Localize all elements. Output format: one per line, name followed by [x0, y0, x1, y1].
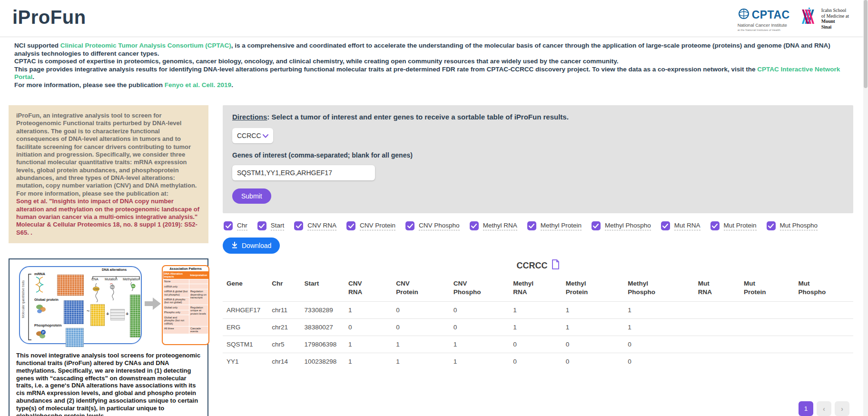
column-header[interactable]: CNVRNA — [345, 277, 392, 302]
fenyo-publication-link[interactable]: Fenyo et al. Cell. 2019 — [165, 81, 231, 89]
column-header[interactable]: MethylPhospho — [624, 277, 694, 302]
table-cell — [694, 353, 740, 370]
next-page-button[interactable]: › — [835, 401, 849, 416]
column-toggle[interactable]: Chr — [224, 221, 247, 230]
column-header[interactable]: Chr — [268, 277, 300, 302]
column-toggle[interactable]: Methyl Phospho — [592, 221, 651, 230]
nih-label: at the National Institutes of Health — [738, 29, 790, 32]
column-toggle[interactable]: CNV Protein — [346, 221, 395, 230]
column-toggle[interactable]: Methyl Protein — [527, 221, 582, 230]
column-toggle-label: Mut RNA — [674, 222, 700, 230]
checkbox-checked-icon[interactable] — [224, 221, 233, 230]
table-cell: 1 — [562, 302, 624, 319]
column-toggle[interactable]: Mut RNA — [661, 221, 700, 230]
column-header[interactable]: MethylRNA — [509, 277, 562, 302]
assoc-interp-cell — [189, 284, 208, 289]
column-toggle[interactable]: Start — [257, 221, 285, 230]
checkbox-checked-icon[interactable] — [257, 221, 266, 230]
global-protein-matrix — [64, 300, 84, 324]
directions-word: Directions — [232, 113, 267, 121]
prev-page-button[interactable]: ‹ — [817, 401, 831, 416]
checkbox-checked-icon[interactable] — [710, 221, 720, 230]
table-cell: 0 — [509, 353, 562, 370]
checkbox-checked-icon[interactable] — [767, 221, 776, 230]
column-header[interactable]: Start — [301, 277, 345, 302]
table-cell: 0 — [562, 353, 624, 370]
query-panel: Directions: Select a tumor of interest a… — [223, 105, 853, 213]
column-header[interactable]: Gene — [223, 277, 268, 302]
checkbox-checked-icon[interactable] — [294, 221, 303, 230]
checkbox-checked-icon[interactable] — [592, 221, 601, 230]
column-toggle[interactable]: Methyl RNA — [470, 221, 517, 230]
association-patterns-title: Association Patterns — [163, 266, 208, 271]
column-header[interactable]: MutRNA — [694, 277, 740, 302]
table-cell: SQSTM1 — [223, 336, 268, 353]
checkbox-checked-icon[interactable] — [405, 221, 414, 230]
sinai-line4: Sinai — [821, 24, 849, 30]
assoc-interp-cell: Regulation depending on transcripts — [189, 289, 208, 305]
protein-structure-icon — [35, 302, 48, 317]
assoc-impact-cell: mRNA only — [163, 284, 189, 289]
checkbox-checked-icon[interactable] — [661, 221, 670, 230]
assoc-table-body: NonemRNA onlymRNA & global (but not phos… — [163, 279, 208, 334]
cna-squiggle-icon: CNA — [92, 283, 101, 304]
table-cell: 1 — [345, 336, 392, 353]
table-cell — [740, 319, 794, 336]
intro-line3: This page provides integrative analysis … — [14, 66, 854, 81]
assoc-col2-header: Interpretation — [189, 271, 208, 279]
results-table-body: ARHGEF17chr1173308289100111ERGchr2138380… — [223, 302, 853, 370]
sinai-line1: Icahn School — [821, 8, 849, 13]
tumor-select[interactable]: CCRCC — [232, 128, 273, 143]
nci-label: National Cancer Institute — [738, 23, 790, 28]
intro-line1-pre: NCI supported — [14, 42, 60, 49]
download-button[interactable]: Download — [223, 238, 280, 254]
traits-panel: Molecular quantitative traits mRNA Globa… — [19, 266, 142, 344]
cptac-logo: CPTAC National Cancer Institute at the N… — [738, 8, 790, 32]
table-cell — [740, 336, 794, 353]
intro-line3-pre: This page provides integrative analysis … — [14, 66, 757, 73]
table-cell: 0 — [624, 336, 694, 353]
intro-line2: CPTAC is composed of expertise in proteo… — [14, 58, 854, 65]
cptac-link[interactable]: Clinical Proteomic Tumor Analysis Consor… — [60, 42, 231, 49]
intro-line3-post: . — [32, 73, 34, 80]
column-header[interactable]: CNVPhospho — [450, 277, 509, 302]
column-toggle[interactable]: Mut Phospho — [767, 221, 818, 230]
method-figure-box: Molecular quantitative traits mRNA Globa… — [9, 258, 208, 416]
scrollbar[interactable] — [863, 0, 868, 416]
cptac-globe-icon — [738, 8, 750, 22]
scrollbar-thumb[interactable] — [864, 0, 868, 88]
table-title-row: CCRCC — [223, 259, 853, 272]
cna-matrix — [90, 304, 105, 326]
table-row: ERGchr2138380027000111 — [223, 319, 853, 336]
column-header[interactable]: MutPhospho — [794, 277, 853, 302]
traits-axis-label: Molecular quantitative traits — [21, 280, 25, 318]
file-icon[interactable] — [552, 259, 560, 272]
table-cell — [740, 302, 794, 319]
checkbox-checked-icon[interactable] — [346, 221, 355, 230]
about-box: iProFun, an integrative analysis tool to… — [9, 105, 208, 243]
mount-sinai-logo: Icahn School of Medicine at Mount Sinai — [800, 8, 849, 30]
genes-input[interactable] — [232, 165, 375, 180]
column-toggle[interactable]: CNV Phospho — [405, 221, 460, 230]
submit-button[interactable]: Submit — [232, 188, 271, 204]
column-header[interactable]: MutProtein — [740, 277, 794, 302]
table-cell: chr21 — [268, 319, 300, 336]
intro-line4-post: . — [231, 81, 233, 89]
page-1-button[interactable]: 1 — [799, 401, 813, 416]
table-cell: 1 — [624, 319, 694, 336]
column-toggle[interactable]: CNV RNA — [294, 221, 336, 230]
checkbox-checked-icon[interactable] — [527, 221, 536, 230]
column-header[interactable]: MethylProtein — [562, 277, 624, 302]
column-header[interactable]: CNVProtein — [392, 277, 449, 302]
table-cell: 1 — [345, 353, 392, 370]
left-sidebar: iProFun, an integrative analysis tool to… — [9, 105, 208, 416]
assoc-impact-cell: mRNA & global (but not phospho) — [163, 289, 189, 297]
checkbox-checked-icon[interactable] — [470, 221, 479, 230]
column-toggle[interactable]: Mut Protein — [710, 221, 757, 230]
column-toggle-label: Start — [271, 222, 285, 230]
intro-line4: For more information, please see the pub… — [14, 81, 854, 89]
table-cell — [694, 302, 740, 319]
methylation-matrix — [130, 295, 140, 337]
methylation-squiggle-icon: Me — [128, 282, 136, 295]
table-cell: 1 — [562, 319, 624, 336]
